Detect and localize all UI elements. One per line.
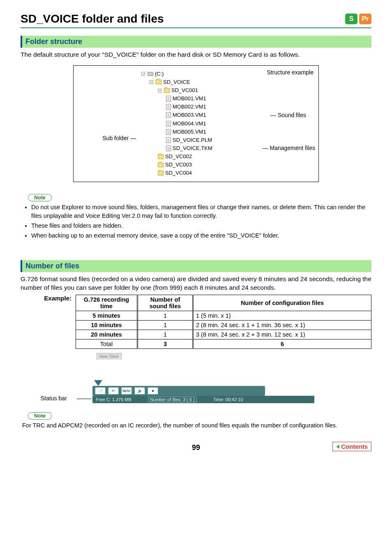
tree-extra: SD_VC004	[165, 169, 192, 177]
toolbar-illustration: 📄 ✂ WAV 🔊 ●	[92, 386, 265, 396]
status-tab: New Title4	[97, 353, 122, 360]
triangle-icon	[336, 445, 339, 449]
files-table: G.726 recording time Number of sound fil…	[76, 295, 371, 349]
status-time: Time: 00:42:10	[213, 397, 243, 402]
section-heading-folder-structure: Folder structure	[21, 36, 371, 48]
contents-label: Contents	[341, 443, 368, 450]
file-icon	[166, 104, 171, 110]
table-header: Number of configuration files	[193, 295, 371, 311]
tree-extra: SD_VC003	[165, 161, 192, 169]
tree-drive: (C:)	[155, 70, 164, 78]
toolbar-icon: 🔊	[134, 387, 145, 395]
example-label: Example:	[21, 295, 76, 302]
tree-file: MOB003.VM1	[173, 111, 206, 119]
folder-icon	[156, 80, 161, 84]
contents-link[interactable]: Contents	[332, 442, 371, 451]
status-number-of-files: Number of files: 3 ( 6 )	[148, 397, 197, 402]
badge-s: S	[345, 14, 357, 24]
intro-text-2: G.726 format sound files (recorded on a …	[21, 275, 371, 292]
tree-diagram: Structure example Sub folder — — Sound f…	[73, 65, 319, 182]
page-title: SD_VOICE folder and files	[21, 12, 164, 25]
toolbar-icon: ✂	[108, 387, 119, 395]
file-icon	[166, 137, 171, 143]
tree-sub1: SD_VC001	[171, 86, 198, 95]
folder-icon	[164, 88, 170, 93]
toolbar-wav-icon: WAV	[121, 387, 132, 395]
table-row: 10 minutes 1 2 (8 min. 24 sec. x 1 + 1 m…	[76, 320, 371, 330]
badge-pr: Pr	[359, 14, 371, 24]
subfolder-label: Sub folder —	[78, 135, 136, 141]
note-item: These files and folders are hidden.	[31, 222, 371, 230]
table-row-total: Total 3 6	[76, 339, 371, 349]
file-icon	[166, 96, 171, 102]
drive-icon	[148, 72, 153, 76]
tree-root: SD_VOICE	[163, 78, 190, 86]
folder-icon	[158, 171, 164, 175]
note-item: Do not use Explorer to move sound files,…	[31, 203, 371, 220]
arrow-down-icon	[94, 380, 102, 386]
file-icon	[166, 112, 171, 118]
tree-mgmt-file: SD_VOICE.PLM	[173, 136, 212, 144]
tree-file: MOB004.VM1	[173, 120, 206, 128]
note-item: When backing up to an external memory de…	[31, 231, 371, 240]
table-header: G.726 recording time	[76, 295, 138, 311]
tree-extra: SD_VC002	[165, 152, 192, 161]
toolbar-icon: ●	[148, 387, 158, 395]
tree-file: MOB002.VM1	[173, 103, 206, 111]
section-heading-number-of-files: Number of files	[21, 260, 371, 272]
table-row: 20 minutes 1 3 (8 min. 24 sec. x 2 + 3 m…	[76, 330, 371, 339]
note-label: Note	[28, 194, 52, 201]
structure-example-label: Structure example	[267, 69, 314, 76]
status-bar-label: Status bar	[41, 395, 67, 402]
folder-icon	[158, 155, 164, 159]
toolbar-icon: 📄	[95, 387, 106, 395]
file-icon	[166, 145, 171, 151]
folder-icon	[158, 163, 164, 167]
status-bar-illustration: New Title4 📄 ✂ WAV 🔊 ● Free C: 1,376 MB …	[80, 352, 310, 403]
table-header: Number of sound files	[138, 295, 193, 311]
tree-mgmt-file: SD_VOICE.TKM	[173, 144, 212, 152]
file-icon	[166, 121, 171, 127]
sound-files-label: — Sound files	[270, 112, 306, 118]
status-free: Free C: 1,376 MB	[96, 397, 131, 402]
tree-file: MOB001.VM1	[173, 95, 206, 103]
table-row: 5 minutes 1 1 (5 min. x 1)	[76, 311, 371, 320]
mgmt-files-label: — Management files	[263, 145, 315, 151]
note-text: For TRC and ADPCM2 (recorded on an IC re…	[22, 421, 371, 429]
page-number: 99	[192, 443, 200, 452]
tree-file: MOB005.VM1	[173, 128, 206, 136]
intro-text-1: The default structure of your "SD_VOICE"…	[21, 50, 371, 59]
file-icon	[166, 129, 171, 135]
note-label: Note	[28, 412, 52, 420]
